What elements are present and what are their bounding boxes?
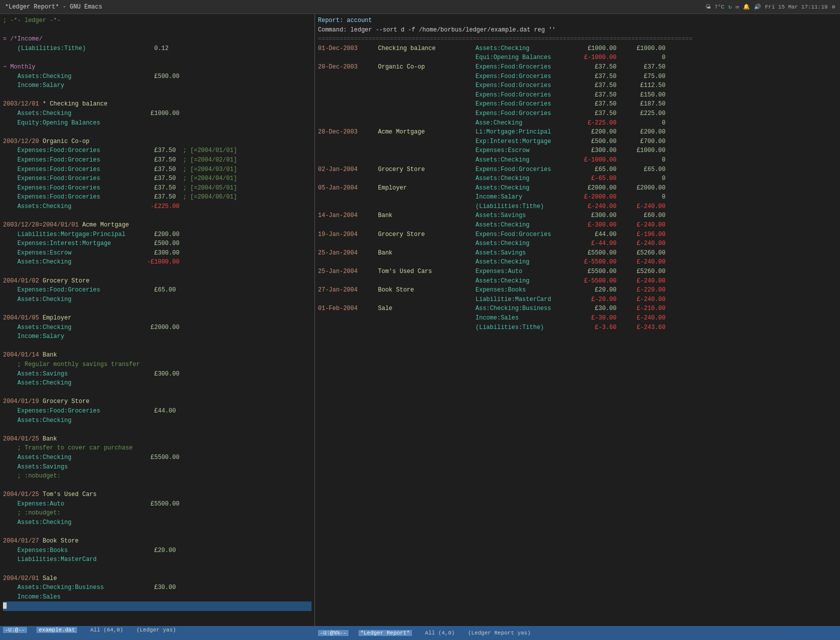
volume-icon: 🔊 [754,4,761,10]
report-row-19: 14-Jan-2004 Bank Assets:Savings £300.00 … [318,211,837,220]
r-payee: Employer [378,184,476,193]
report-row-8: Expens:Food:Groceries £37.50 £225.00 [318,109,837,118]
main-area: ; -*- ledger -*- = /*Income/ (Liabilitie… [0,14,840,626]
r-payee: Sale [378,304,476,314]
statusbar-left: -U:@-- example.dat All (64,0) (Ledger ya… [3,627,318,639]
txn-2004-01-19: 2004/01/19 Grocery Store [3,397,312,406]
posting-mastercard: Liabilities:MasterCard [3,555,312,564]
posting-equity: Equity:Opening Balances [3,118,312,128]
r-running: £-196.00 [620,230,666,240]
r-account: Expens:Food:Groceries [476,72,576,82]
r-payee: Acme Mortgage [378,128,476,137]
r-amount: £5500.00 [576,267,620,276]
r-payee [378,258,476,267]
txn-2003-12-28: 2003/12/28=2004/01/01 Acme Mortgage [3,220,312,230]
r-account: Expens:Food:Groceries [476,109,576,118]
r-running: 0 [620,174,666,184]
r-amount: £-20.00 [576,295,620,304]
settings-icon[interactable]: ⚙ [832,4,835,10]
r-date [318,90,378,100]
posting-checking-bank: Assets:Checking [3,378,312,388]
statusbar: -U:@-- example.dat All (64,0) (Ledger ya… [0,626,840,640]
r-amount: £37.50 [576,81,620,90]
r-date: 28-Dec-2003 [318,128,378,137]
status-filename-left: example.dat [36,627,77,633]
r-running: £75.00 [620,72,666,82]
posting-checking-1000: Assets:Checking £1000.00 [3,109,312,118]
status-mode-left: -U:@-- [3,627,27,633]
blank-line-10 [3,425,312,434]
report-row-13: Assets:Checking £-1000.00 0 [318,156,837,165]
r-date: 02-Jan-2004 [318,165,378,174]
posting-checking-business: Assets:Checking:Business £30.00 [3,583,312,592]
report-row-7: Expens:Food:Groceries £37.50 £187.50 [318,100,837,109]
r-account: Asse:Checking [476,118,576,128]
r-account: Expens:Food:Groceries [476,62,576,72]
blank-line-13 [3,564,312,574]
blank-line-8 [3,342,312,351]
report-row-22: Assets:Checking £-44.00 £-240.00 [318,239,837,248]
r-running: 0 [620,192,666,202]
r-payee [378,174,476,184]
blank-line-6 [3,267,312,276]
posting-salary-monthly: Income:Salary [3,81,312,90]
r-running: £-240.00 [620,258,666,267]
r-amount: £-65.00 [576,174,620,184]
report-header: Report: account [318,16,837,26]
posting-groceries-4: Expenses:Food:Groceries £37.50 ; [=2004/… [3,174,312,184]
r-account: Assets:Savings [476,248,576,258]
r-account: Li:Mortgage:Principal [476,128,576,137]
r-running: £1000.00 [620,44,666,54]
r-date [318,72,378,82]
r-account: Assets:Checking [476,44,576,54]
blank-line-9 [3,388,312,398]
r-running: £150.00 [620,90,666,100]
posting-checking-neg1000: Assets:Checking -£1000.00 [3,258,312,267]
report-row-1: 01-Dec-2003 Checking balance Assets:Chec… [318,44,837,54]
r-amount: £1000.00 [576,44,620,54]
txn-2003-12-20: 2003/12/20 Organic Co-op [3,137,312,146]
txn-2003-12-01: 2003/12/01 * Checking balance [3,100,312,109]
r-account: (Liabilities:Tithe) [476,323,576,332]
r-payee: Grocery Store [378,165,476,174]
r-amount: £300.00 [576,146,620,156]
r-date [318,156,378,165]
r-amount: £-44.00 [576,239,620,248]
posting-checking-5500: Assets:Checking £5500.00 [3,453,312,462]
r-payee [378,156,476,165]
txn-2004-01-14: 2004/01/14 Bank [3,350,312,360]
posting-groceries-6: Expenses:Food:Groceries £37.50 ; [=2004/… [3,192,312,202]
report-row-10: 28-Dec-2003 Acme Mortgage Li:Mortgage:Pr… [318,128,837,137]
r-date: 19-Jan-2004 [318,230,378,240]
r-account: Assets:Savings [476,211,576,220]
r-payee [378,72,476,82]
titlebar: *Ledger Report* - GNU Emacs 🌤 7°C ↻ ✉ 🔔 … [0,0,840,14]
r-date: 25-Jan-2004 [318,267,378,276]
r-amount: £5500.00 [576,248,620,258]
r-account: Assets:Checking [476,174,576,184]
r-account: Assets:Checking [476,258,576,267]
report-row-14: 02-Jan-2004 Grocery Store Expens:Food:Gr… [318,165,837,174]
r-date [318,276,378,286]
r-running: £-240.00 [620,276,666,286]
r-date: 20-Dec-2003 [318,62,378,72]
r-date: 01-Feb-2004 [318,304,378,314]
r-account: Expenses:Books [476,286,576,295]
r-account: (Liabilities:Tithe) [476,202,576,212]
blank-line-3 [3,90,312,100]
r-payee [378,295,476,304]
r-running: £200.00 [620,128,666,137]
report-row-12: Expenses:Escrow £300.00 £1000.00 [318,146,837,156]
notify-icon: 🔔 [743,4,750,10]
r-payee [378,81,476,90]
report-row-27: 27-Jan-2004 Book Store Expenses:Books £2… [318,286,837,295]
refresh-icon[interactable]: ↻ [728,4,732,10]
report-separator: ========================================… [318,34,837,44]
r-account: Liabilitie:MasterCard [476,295,576,304]
report-row-24: Assets:Checking £-5500.00 £-240.00 [318,258,837,267]
r-account: Assets:Checking [476,156,576,165]
status-mode2-right: (Ledger Report yas) [468,630,530,636]
r-date [318,137,378,146]
r-account: Expenses:Escrow [476,146,576,156]
r-running: £-240.00 [620,314,666,323]
